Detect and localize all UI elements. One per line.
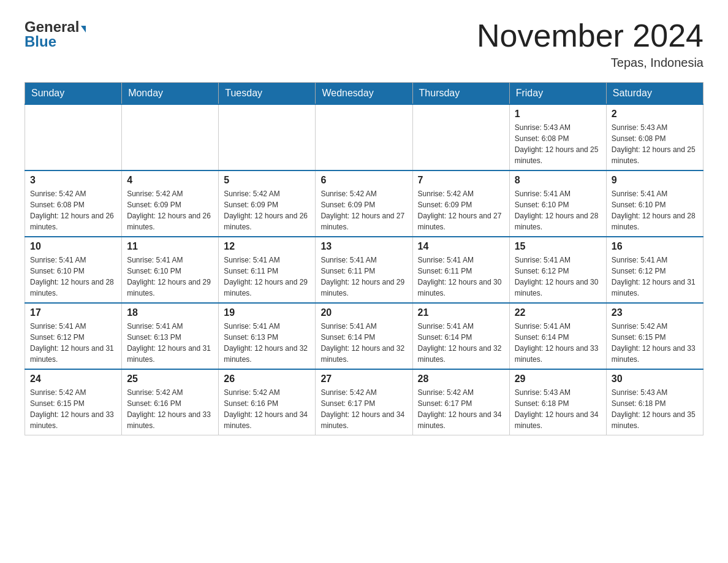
day-of-week-header: Saturday <box>606 83 703 105</box>
calendar-day-cell <box>316 104 412 170</box>
day-number: 27 <box>320 373 407 385</box>
day-sun-info: Sunrise: 5:41 AMSunset: 6:12 PMDaylight:… <box>30 321 116 365</box>
day-number: 20 <box>320 307 407 318</box>
calendar-day-cell: 7Sunrise: 5:42 AMSunset: 6:09 PMDaylight… <box>412 170 509 237</box>
calendar-day-cell: 1Sunrise: 5:43 AMSunset: 6:08 PMDaylight… <box>509 104 606 170</box>
day-sun-info: Sunrise: 5:43 AMSunset: 6:08 PMDaylight:… <box>612 122 698 166</box>
day-of-week-header: Thursday <box>412 83 509 105</box>
day-sun-info: Sunrise: 5:42 AMSunset: 6:09 PMDaylight:… <box>418 188 504 232</box>
day-sun-info: Sunrise: 5:42 AMSunset: 6:17 PMDaylight:… <box>418 387 504 431</box>
day-number: 29 <box>515 373 601 385</box>
calendar-day-cell: 22Sunrise: 5:41 AMSunset: 6:14 PMDayligh… <box>509 303 606 369</box>
calendar-day-cell: 10Sunrise: 5:41 AMSunset: 6:10 PMDayligh… <box>25 237 122 303</box>
day-number: 3 <box>30 175 116 186</box>
day-number: 14 <box>418 241 504 252</box>
calendar-week-row: 24Sunrise: 5:42 AMSunset: 6:15 PMDayligh… <box>25 369 703 435</box>
day-number: 21 <box>418 307 504 318</box>
calendar-day-cell: 24Sunrise: 5:42 AMSunset: 6:15 PMDayligh… <box>25 369 122 435</box>
day-of-week-header: Friday <box>509 83 606 105</box>
day-sun-info: Sunrise: 5:42 AMSunset: 6:09 PMDaylight:… <box>224 188 310 232</box>
title-section: November 2024 Tepas, Indonesia <box>477 18 703 70</box>
month-title: November 2024 <box>477 18 703 53</box>
day-sun-info: Sunrise: 5:41 AMSunset: 6:14 PMDaylight:… <box>320 321 407 365</box>
day-of-week-header: Wednesday <box>316 83 412 105</box>
day-sun-info: Sunrise: 5:41 AMSunset: 6:11 PMDaylight:… <box>320 255 407 299</box>
day-number: 15 <box>515 241 601 252</box>
calendar-day-cell: 16Sunrise: 5:41 AMSunset: 6:12 PMDayligh… <box>606 237 703 303</box>
calendar-day-cell: 26Sunrise: 5:42 AMSunset: 6:16 PMDayligh… <box>219 369 316 435</box>
day-number: 26 <box>224 373 310 385</box>
day-number: 16 <box>612 241 698 252</box>
day-sun-info: Sunrise: 5:42 AMSunset: 6:09 PMDaylight:… <box>127 188 213 232</box>
day-sun-info: Sunrise: 5:41 AMSunset: 6:10 PMDaylight:… <box>515 188 601 232</box>
day-number: 6 <box>320 175 407 186</box>
calendar-day-cell: 9Sunrise: 5:41 AMSunset: 6:10 PMDaylight… <box>606 170 703 237</box>
day-number: 8 <box>515 175 601 186</box>
calendar-day-cell <box>412 104 509 170</box>
day-sun-info: Sunrise: 5:41 AMSunset: 6:10 PMDaylight:… <box>127 255 213 299</box>
day-of-week-header: Sunday <box>25 83 122 105</box>
day-sun-info: Sunrise: 5:42 AMSunset: 6:16 PMDaylight:… <box>224 387 310 431</box>
day-number: 2 <box>612 109 698 120</box>
day-sun-info: Sunrise: 5:43 AMSunset: 6:18 PMDaylight:… <box>515 387 601 431</box>
day-number: 19 <box>224 307 310 318</box>
day-number: 11 <box>127 241 213 252</box>
calendar-header-row: SundayMondayTuesdayWednesdayThursdayFrid… <box>25 83 703 105</box>
day-sun-info: Sunrise: 5:41 AMSunset: 6:12 PMDaylight:… <box>612 255 698 299</box>
calendar-day-cell: 14Sunrise: 5:41 AMSunset: 6:11 PMDayligh… <box>412 237 509 303</box>
calendar-day-cell: 29Sunrise: 5:43 AMSunset: 6:18 PMDayligh… <box>509 369 606 435</box>
calendar-day-cell: 13Sunrise: 5:41 AMSunset: 6:11 PMDayligh… <box>316 237 412 303</box>
day-sun-info: Sunrise: 5:41 AMSunset: 6:11 PMDaylight:… <box>224 255 310 299</box>
calendar-day-cell: 18Sunrise: 5:41 AMSunset: 6:13 PMDayligh… <box>122 303 219 369</box>
calendar-day-cell: 8Sunrise: 5:41 AMSunset: 6:10 PMDaylight… <box>509 170 606 237</box>
calendar-day-cell: 23Sunrise: 5:42 AMSunset: 6:15 PMDayligh… <box>606 303 703 369</box>
calendar-day-cell: 11Sunrise: 5:41 AMSunset: 6:10 PMDayligh… <box>122 237 219 303</box>
day-sun-info: Sunrise: 5:43 AMSunset: 6:18 PMDaylight:… <box>612 387 698 431</box>
day-sun-info: Sunrise: 5:42 AMSunset: 6:09 PMDaylight:… <box>320 188 407 232</box>
logo-blue-text: Blue <box>25 33 56 50</box>
day-sun-info: Sunrise: 5:42 AMSunset: 6:15 PMDaylight:… <box>612 321 698 365</box>
day-sun-info: Sunrise: 5:41 AMSunset: 6:13 PMDaylight:… <box>127 321 213 365</box>
day-sun-info: Sunrise: 5:42 AMSunset: 6:16 PMDaylight:… <box>127 387 213 431</box>
day-sun-info: Sunrise: 5:41 AMSunset: 6:14 PMDaylight:… <box>515 321 601 365</box>
calendar-day-cell: 5Sunrise: 5:42 AMSunset: 6:09 PMDaylight… <box>219 170 316 237</box>
calendar-day-cell: 17Sunrise: 5:41 AMSunset: 6:12 PMDayligh… <box>25 303 122 369</box>
page-header: General Blue November 2024 Tepas, Indone… <box>25 18 703 70</box>
calendar-day-cell: 20Sunrise: 5:41 AMSunset: 6:14 PMDayligh… <box>316 303 412 369</box>
calendar-day-cell: 2Sunrise: 5:43 AMSunset: 6:08 PMDaylight… <box>606 104 703 170</box>
day-number: 23 <box>612 307 698 318</box>
day-number: 1 <box>515 109 601 120</box>
calendar-day-cell: 21Sunrise: 5:41 AMSunset: 6:14 PMDayligh… <box>412 303 509 369</box>
day-number: 9 <box>612 175 698 186</box>
calendar-day-cell: 25Sunrise: 5:42 AMSunset: 6:16 PMDayligh… <box>122 369 219 435</box>
day-number: 12 <box>224 241 310 252</box>
calendar-day-cell: 15Sunrise: 5:41 AMSunset: 6:12 PMDayligh… <box>509 237 606 303</box>
calendar-day-cell: 6Sunrise: 5:42 AMSunset: 6:09 PMDaylight… <box>316 170 412 237</box>
calendar-week-row: 1Sunrise: 5:43 AMSunset: 6:08 PMDaylight… <box>25 104 703 170</box>
day-number: 5 <box>224 175 310 186</box>
day-sun-info: Sunrise: 5:41 AMSunset: 6:10 PMDaylight:… <box>612 188 698 232</box>
day-of-week-header: Monday <box>122 83 219 105</box>
calendar-day-cell <box>219 104 316 170</box>
day-sun-info: Sunrise: 5:43 AMSunset: 6:08 PMDaylight:… <box>515 122 601 166</box>
calendar-day-cell: 4Sunrise: 5:42 AMSunset: 6:09 PMDaylight… <box>122 170 219 237</box>
calendar-week-row: 10Sunrise: 5:41 AMSunset: 6:10 PMDayligh… <box>25 237 703 303</box>
day-number: 22 <box>515 307 601 318</box>
calendar-week-row: 17Sunrise: 5:41 AMSunset: 6:12 PMDayligh… <box>25 303 703 369</box>
day-number: 13 <box>320 241 407 252</box>
day-sun-info: Sunrise: 5:42 AMSunset: 6:08 PMDaylight:… <box>30 188 116 232</box>
day-number: 18 <box>127 307 213 318</box>
logo: General Blue <box>25 18 86 50</box>
calendar-day-cell: 3Sunrise: 5:42 AMSunset: 6:08 PMDaylight… <box>25 170 122 237</box>
calendar-day-cell: 27Sunrise: 5:42 AMSunset: 6:17 PMDayligh… <box>316 369 412 435</box>
day-sun-info: Sunrise: 5:41 AMSunset: 6:11 PMDaylight:… <box>418 255 504 299</box>
day-sun-info: Sunrise: 5:41 AMSunset: 6:12 PMDaylight:… <box>515 255 601 299</box>
day-number: 17 <box>30 307 116 318</box>
calendar-day-cell <box>122 104 219 170</box>
calendar-week-row: 3Sunrise: 5:42 AMSunset: 6:08 PMDaylight… <box>25 170 703 237</box>
day-number: 30 <box>612 373 698 385</box>
calendar-day-cell: 19Sunrise: 5:41 AMSunset: 6:13 PMDayligh… <box>219 303 316 369</box>
day-number: 25 <box>127 373 213 385</box>
day-number: 4 <box>127 175 213 186</box>
day-sun-info: Sunrise: 5:42 AMSunset: 6:17 PMDaylight:… <box>320 387 407 431</box>
